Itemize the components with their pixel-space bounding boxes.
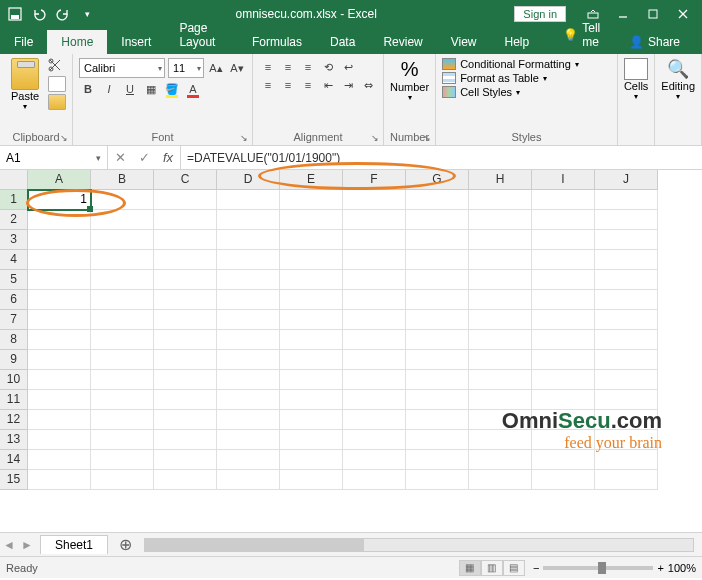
format-painter-icon[interactable] [48,94,66,110]
cell[interactable] [217,330,280,350]
fill-color-icon[interactable]: 🪣 [163,80,181,98]
cell[interactable] [28,230,91,250]
cell[interactable] [217,430,280,450]
increase-indent-icon[interactable]: ⇥ [339,76,357,94]
cell[interactable] [154,210,217,230]
cell[interactable] [28,330,91,350]
cell[interactable] [469,270,532,290]
cell[interactable] [154,270,217,290]
cell[interactable] [343,330,406,350]
tab-review[interactable]: Review [369,30,436,54]
cell[interactable] [280,270,343,290]
orientation-icon[interactable]: ⟲ [319,58,337,76]
cell[interactable] [154,290,217,310]
cancel-formula-icon[interactable]: ✕ [108,150,132,165]
cell[interactable] [595,210,658,230]
cell[interactable] [469,290,532,310]
cell[interactable] [217,250,280,270]
dialog-launcher-icon[interactable]: ↘ [371,133,379,143]
enter-formula-icon[interactable]: ✓ [132,150,156,165]
cell[interactable] [343,250,406,270]
cell[interactable] [469,230,532,250]
cell[interactable] [406,330,469,350]
font-name-combo[interactable]: Calibri▾ [79,58,165,78]
align-center-icon[interactable]: ≡ [279,76,297,94]
cell[interactable] [532,250,595,270]
cell[interactable] [595,450,658,470]
cell[interactable] [217,370,280,390]
cell[interactable] [28,310,91,330]
cell[interactable] [91,230,154,250]
sheet-nav-prev-icon[interactable]: ◄ [0,538,18,552]
wrap-text-icon[interactable]: ↩ [339,58,357,76]
cell[interactable] [28,250,91,270]
editing-button[interactable]: 🔍 Editing ▾ [661,58,695,101]
cell[interactable] [217,310,280,330]
cell[interactable] [91,190,154,210]
cell[interactable] [28,210,91,230]
cell[interactable] [532,190,595,210]
cell[interactable] [280,430,343,450]
cell[interactable] [280,370,343,390]
cell[interactable] [343,470,406,490]
cell[interactable] [91,410,154,430]
cells-area[interactable]: 1 [28,190,702,532]
cell[interactable] [469,450,532,470]
align-left-icon[interactable]: ≡ [259,76,277,94]
page-break-view-icon[interactable]: ▤ [503,560,525,576]
cell[interactable] [217,450,280,470]
cell[interactable] [343,290,406,310]
cell[interactable] [532,350,595,370]
cell[interactable] [91,370,154,390]
cell[interactable] [406,410,469,430]
number-format-button[interactable]: % Number ▾ [390,58,429,102]
cell[interactable] [595,310,658,330]
row-header[interactable]: 9 [0,350,28,370]
cell[interactable] [595,390,658,410]
tab-home[interactable]: Home [47,30,107,54]
cell[interactable] [469,370,532,390]
cell[interactable] [154,370,217,390]
cell[interactable] [469,350,532,370]
cells-button[interactable]: Cells ▾ [624,58,648,101]
cell[interactable] [217,350,280,370]
cell[interactable] [154,430,217,450]
undo-icon[interactable] [28,3,50,25]
cell[interactable] [28,350,91,370]
cell[interactable] [469,250,532,270]
cell[interactable] [280,350,343,370]
cell[interactable] [154,190,217,210]
cell[interactable] [217,290,280,310]
column-header[interactable]: J [595,170,658,190]
cell[interactable] [406,310,469,330]
zoom-slider[interactable] [543,566,653,570]
tab-view[interactable]: View [437,30,491,54]
cell[interactable] [532,390,595,410]
cell[interactable] [217,390,280,410]
underline-button[interactable]: U [121,80,139,98]
cell[interactable] [406,290,469,310]
new-sheet-icon[interactable]: ⊕ [114,534,136,556]
cell[interactable] [595,270,658,290]
cell[interactable] [28,270,91,290]
cell[interactable] [406,210,469,230]
row-header[interactable]: 1 [0,190,28,210]
cell[interactable] [469,470,532,490]
insert-function-icon[interactable]: fx [156,150,180,165]
cell[interactable] [91,270,154,290]
format-as-table-button[interactable]: Format as Table▾ [442,72,611,84]
cell[interactable] [595,330,658,350]
cell[interactable] [469,190,532,210]
italic-button[interactable]: I [100,80,118,98]
tab-data[interactable]: Data [316,30,369,54]
merge-center-icon[interactable]: ⇔ [359,76,377,94]
page-layout-view-icon[interactable]: ▥ [481,560,503,576]
cell[interactable] [91,330,154,350]
cell[interactable] [343,370,406,390]
cell[interactable] [154,330,217,350]
row-header[interactable]: 11 [0,390,28,410]
cell[interactable] [343,270,406,290]
cell[interactable] [217,410,280,430]
cell[interactable] [217,190,280,210]
cell[interactable] [28,430,91,450]
